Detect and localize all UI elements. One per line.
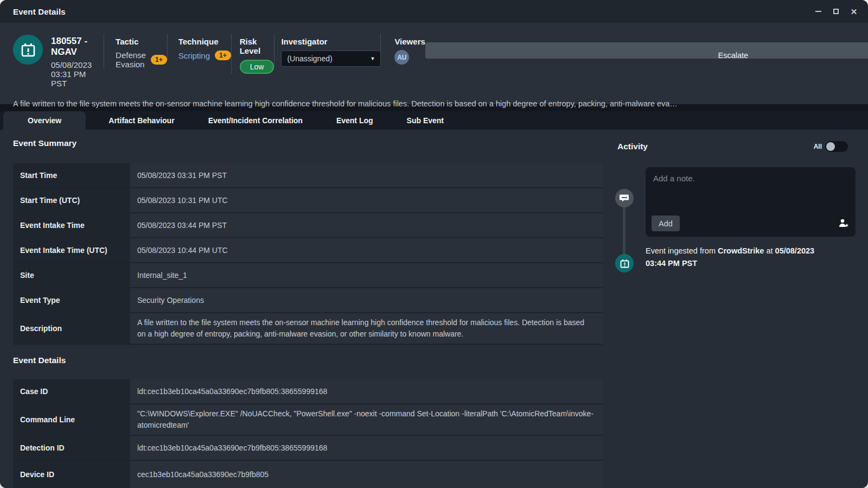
note-comment-icon bbox=[615, 189, 634, 207]
risk-level-badge: Low bbox=[240, 60, 275, 74]
table-row: Event Intake Time 05/08/2023 03:44 PM PS… bbox=[13, 213, 603, 238]
investigator-select[interactable]: (Unassigned) ▼ bbox=[281, 50, 381, 67]
table-row: Description A file written to the file s… bbox=[13, 313, 603, 345]
table-row: Detection ID ldt:cec1b3eb10ca45a0a33690e… bbox=[13, 436, 603, 461]
event-id-title: 180557 - NGAV bbox=[51, 36, 92, 58]
row-value: "C:\WINDOWS\Explorer.EXE" /NoUACCheck, "… bbox=[130, 404, 603, 435]
tactic-more-badge[interactable]: 1+ bbox=[151, 55, 167, 65]
technique-label: Technique bbox=[178, 37, 231, 46]
row-label: Site bbox=[13, 263, 130, 287]
row-value: A file written to the file system meets … bbox=[130, 313, 603, 344]
event-summary-heading: Event Summary bbox=[13, 138, 603, 150]
activity-timeline bbox=[603, 167, 646, 270]
ingest-text: at bbox=[764, 246, 775, 255]
row-label: Event Intake Time bbox=[13, 213, 130, 237]
risk-level-block: Risk Level Low bbox=[231, 34, 275, 74]
event-time: 05/08/2023 03:31 PM PST bbox=[51, 60, 92, 88]
risk-level-label: Risk Level bbox=[240, 37, 275, 55]
tactic-block: Tactic Defense Evasion 1+ bbox=[104, 34, 167, 69]
table-row: Case ID ldt:cec1b3eb10ca45a0a33690ec7b9f… bbox=[13, 379, 603, 404]
overview-panel: Event Summary Start Time 05/08/2023 03:3… bbox=[0, 130, 603, 488]
tab-event-log[interactable]: Event Log bbox=[324, 111, 385, 130]
investigator-block: Investigator (Unassigned) ▼ bbox=[274, 34, 380, 67]
row-value: cec1b3eb10ca45a0a33690ec7b9fb805 bbox=[130, 461, 603, 488]
activity-log-entry: Event ingested from CrowdStrike at 05/08… bbox=[646, 245, 837, 270]
technique-link[interactable]: Scripting bbox=[178, 51, 210, 60]
table-row: Command Line "C:\WINDOWS\Explorer.EXE" /… bbox=[13, 404, 603, 436]
row-label: Event Type bbox=[13, 288, 130, 312]
note-input[interactable] bbox=[646, 167, 856, 211]
table-row: Start Time 05/08/2023 03:31 PM PST bbox=[13, 163, 603, 188]
table-row: Site Internal_site_1 bbox=[13, 263, 603, 288]
activity-panel: Activity All bbox=[603, 130, 868, 488]
table-row: Start Time (UTC) 05/08/2023 10:31 PM UTC bbox=[13, 188, 603, 213]
table-row: Event Intake Time (UTC) 05/08/2023 10:44… bbox=[13, 238, 603, 263]
row-label: Detection ID bbox=[13, 436, 130, 460]
tab-bar: Overview Artifact Behaviour Event/Incide… bbox=[0, 111, 868, 130]
row-value: Security Operations bbox=[130, 288, 603, 312]
ingest-source: CrowdStrike bbox=[718, 246, 764, 255]
row-value: ldt:cec1b3eb10ca45a0a33690ec7b9fb805:386… bbox=[130, 436, 603, 460]
viewers-block: Viewers AU bbox=[380, 34, 425, 65]
table-row: Device ID cec1b3eb10ca45a0a33690ec7b9fb8… bbox=[13, 461, 603, 488]
technique-block: Technique Scripting 1+ bbox=[167, 34, 231, 60]
investigator-value: (Unassigned) bbox=[287, 54, 332, 63]
row-value: 05/08/2023 10:44 PM UTC bbox=[130, 238, 603, 262]
event-details-window: Event Details ✕ 180557 - NGAV 05/08/2023… bbox=[0, 0, 868, 488]
row-value: ldt:cec1b3eb10ca45a0a33690ec7b9fb805:386… bbox=[130, 379, 603, 403]
ingest-text: Event ingested from bbox=[646, 246, 718, 255]
tab-event-incident-correlation[interactable]: Event/Incident Correlation bbox=[196, 111, 315, 130]
tab-overview[interactable]: Overview bbox=[3, 111, 86, 130]
maximize-icon[interactable] bbox=[832, 7, 840, 16]
event-id-block: 180557 - NGAV 05/08/2023 03:31 PM PST bbox=[51, 34, 92, 88]
technique-more-badge[interactable]: 1+ bbox=[215, 50, 231, 60]
window-title: Event Details bbox=[13, 7, 66, 16]
row-label: Case ID bbox=[13, 379, 130, 403]
tab-sub-event[interactable]: Sub Event bbox=[395, 111, 456, 130]
event-calendar-icon bbox=[13, 35, 43, 65]
row-value: 05/08/2023 03:44 PM PST bbox=[130, 213, 603, 237]
row-label: Event Intake Time (UTC) bbox=[13, 238, 130, 262]
row-value: 05/08/2023 10:31 PM UTC bbox=[130, 188, 603, 212]
minimize-icon[interactable] bbox=[814, 7, 822, 16]
activity-heading: Activity bbox=[617, 142, 648, 151]
row-label: Device ID bbox=[13, 461, 130, 488]
activity-all-toggle[interactable] bbox=[825, 141, 848, 152]
event-summary-table: Start Time 05/08/2023 03:31 PM PST Start… bbox=[13, 163, 603, 345]
row-label: Start Time (UTC) bbox=[13, 188, 130, 212]
tactic-label: Tactic bbox=[116, 37, 167, 46]
event-header: 180557 - NGAV 05/08/2023 03:31 PM PST Ta… bbox=[0, 23, 868, 104]
tactic-value: Defense Evasion bbox=[116, 50, 146, 69]
close-icon[interactable]: ✕ bbox=[850, 7, 858, 16]
titlebar: Event Details ✕ bbox=[0, 0, 868, 23]
ingest-calendar-icon bbox=[615, 254, 634, 272]
note-composer: Add bbox=[646, 167, 856, 237]
row-label: Command Line bbox=[13, 404, 130, 435]
viewers-label: Viewers bbox=[394, 37, 425, 46]
event-details-heading: Event Details bbox=[13, 356, 603, 367]
investigator-label: Investigator bbox=[281, 37, 380, 46]
escalate-button[interactable]: Escalate bbox=[425, 42, 868, 59]
row-value: 05/08/2023 03:31 PM PST bbox=[130, 163, 603, 187]
add-person-icon[interactable] bbox=[838, 218, 848, 230]
tab-artifact-behaviour[interactable]: Artifact Behaviour bbox=[97, 111, 186, 130]
row-value: Internal_site_1 bbox=[130, 263, 603, 287]
event-details-table: Case ID ldt:cec1b3eb10ca45a0a33690ec7b9f… bbox=[13, 379, 603, 488]
table-row: Event Type Security Operations bbox=[13, 288, 603, 313]
row-label: Description bbox=[13, 313, 130, 344]
activity-filter-label: All bbox=[814, 143, 822, 150]
add-note-button[interactable]: Add bbox=[652, 216, 680, 231]
timeline-connector bbox=[623, 207, 626, 255]
chevron-down-icon: ▼ bbox=[370, 56, 375, 61]
viewer-avatar[interactable]: AU bbox=[394, 50, 409, 65]
row-label: Start Time bbox=[13, 163, 130, 187]
